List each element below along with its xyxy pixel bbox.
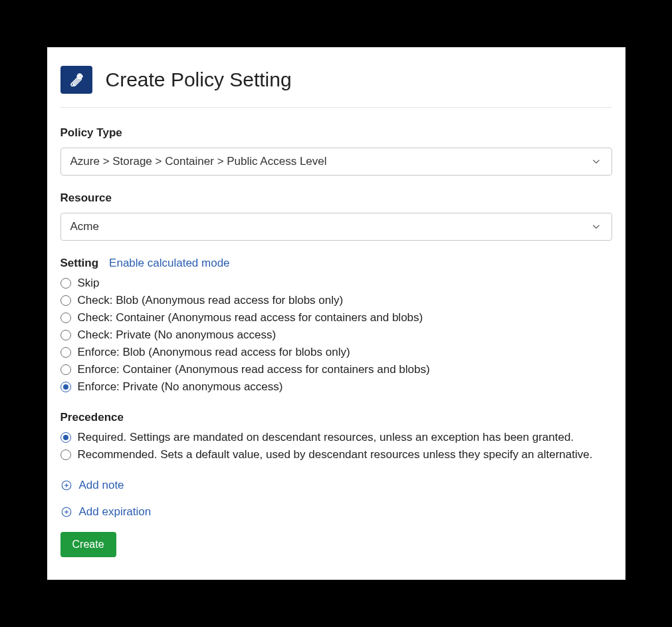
setting-option[interactable]: Check: Blob (Anonymous read access for b… [60, 294, 612, 307]
resource-dropdown[interactable]: Acme [60, 213, 612, 241]
enable-calculated-mode-link[interactable]: Enable calculated mode [109, 257, 229, 270]
add-note-label: Add note [79, 479, 124, 492]
radio-button[interactable] [60, 278, 71, 289]
radio-button[interactable] [60, 295, 71, 306]
precedence-option[interactable]: Recommended. Sets a default value, used … [60, 448, 612, 461]
setting-option[interactable]: Enforce: Private (No anonymous access) [60, 380, 612, 394]
setting-option-label: Check: Private (No anonymous access) [78, 328, 277, 342]
setting-radio-group: SkipCheck: Blob (Anonymous read access f… [60, 277, 612, 394]
setting-label: Setting [60, 257, 99, 270]
add-expiration-label: Add expiration [79, 505, 152, 519]
resource-value: Acme [70, 220, 99, 233]
add-expiration-link[interactable]: Add expiration [60, 505, 612, 519]
setting-option-label: Enforce: Private (No anonymous access) [78, 380, 283, 394]
precedence-option-label: Required. Settings are mandated on desce… [78, 431, 574, 444]
precedence-option-label: Recommended. Sets a default value, used … [78, 448, 593, 461]
setting-option[interactable]: Enforce: Container (Anonymous read acces… [60, 363, 612, 376]
create-policy-panel: Create Policy Setting Policy Type Azure … [47, 47, 625, 580]
setting-option[interactable]: Check: Container (Anonymous read access … [60, 311, 612, 324]
setting-option-label: Enforce: Blob (Anonymous read access for… [78, 346, 350, 359]
resource-label: Resource [60, 191, 612, 205]
policy-type-label: Policy Type [60, 126, 612, 140]
setting-option-label: Check: Blob (Anonymous read access for b… [78, 294, 344, 307]
plus-circle-icon [60, 506, 72, 518]
setting-option[interactable]: Check: Private (No anonymous access) [60, 328, 612, 342]
radio-button[interactable] [60, 432, 71, 443]
radio-button[interactable] [60, 382, 71, 392]
precedence-label: Precedence [60, 411, 612, 424]
setting-option-label: Skip [78, 277, 100, 290]
radio-button[interactable] [60, 313, 71, 323]
setting-option-label: Check: Container (Anonymous read access … [78, 311, 423, 324]
page-title: Create Policy Setting [106, 68, 292, 91]
radio-button[interactable] [60, 449, 71, 460]
create-button[interactable]: Create [60, 532, 116, 557]
setting-option-label: Enforce: Container (Anonymous read acces… [78, 363, 430, 376]
chevron-down-icon [590, 156, 602, 168]
plus-circle-icon [60, 479, 72, 491]
precedence-option[interactable]: Required. Settings are mandated on desce… [60, 431, 612, 444]
policy-type-value: Azure > Storage > Container > Public Acc… [70, 155, 327, 168]
add-note-link[interactable]: Add note [60, 479, 612, 492]
radio-button[interactable] [60, 347, 71, 358]
panel-header: Create Policy Setting [60, 66, 612, 108]
setting-option[interactable]: Enforce: Blob (Anonymous read access for… [60, 346, 612, 359]
wrench-icon [60, 66, 92, 94]
setting-option[interactable]: Skip [60, 277, 612, 290]
radio-button[interactable] [60, 364, 71, 375]
setting-label-row: Setting Enable calculated mode [60, 257, 612, 270]
radio-button[interactable] [60, 330, 71, 340]
chevron-down-icon [590, 221, 602, 233]
precedence-radio-group: Required. Settings are mandated on desce… [60, 431, 612, 461]
policy-type-dropdown[interactable]: Azure > Storage > Container > Public Acc… [60, 148, 612, 176]
